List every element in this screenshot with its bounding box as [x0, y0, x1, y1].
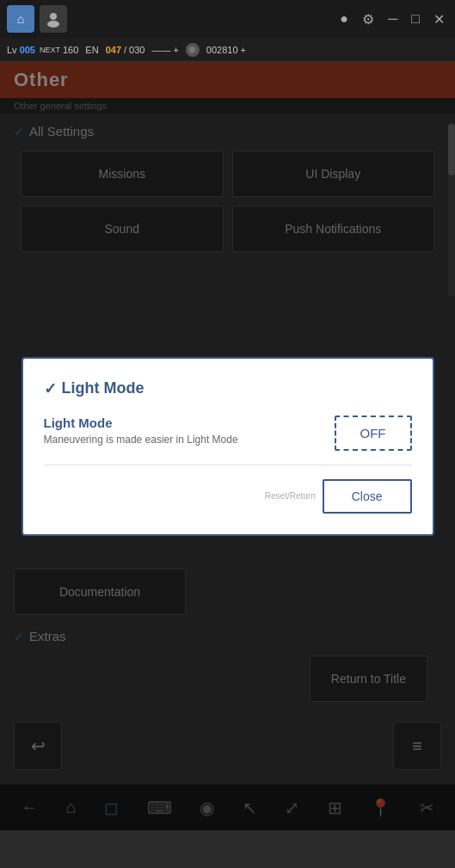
- modal-footer: Reset/Return Close: [44, 479, 412, 514]
- orb-icon: ◎: [186, 43, 200, 57]
- modal-setting-row: Light Mode Maneuvering is made easier in…: [44, 416, 412, 451]
- level-segment: Lv 005 NEXT 160: [7, 45, 78, 55]
- bars-segment: —— +: [151, 45, 178, 55]
- hp-max: 030: [129, 45, 144, 55]
- lang-segment: EN: [85, 45, 98, 55]
- maximize-icon[interactable]: □: [408, 8, 423, 30]
- modal-label-group: Light Mode Maneuvering is made easier in…: [44, 416, 238, 446]
- modal-divider: [44, 465, 412, 465]
- close-button[interactable]: Close: [323, 479, 412, 514]
- next-label: NEXT: [40, 46, 60, 54]
- record-icon[interactable]: ●: [336, 8, 352, 30]
- svg-point-1: [47, 21, 59, 28]
- modal-setting-desc: Maneuvering is made easier in Light Mode: [44, 434, 238, 446]
- bars-label: ——: [151, 45, 170, 55]
- modal-title-text: Light Mode: [62, 379, 144, 397]
- home-icon[interactable]: ⌂: [7, 5, 34, 33]
- hp-current: 047: [106, 45, 121, 55]
- hp-segment: 047 / 030: [106, 45, 145, 55]
- next-value: 160: [63, 45, 78, 55]
- title-bar: ⌂ ● ⚙ ─ □ ✕: [0, 0, 455, 38]
- lv-label: Lv: [7, 45, 17, 55]
- minimize-icon[interactable]: ─: [384, 8, 401, 30]
- settings-icon[interactable]: ⚙: [359, 8, 378, 31]
- game-area: Other Other general settings All Setting…: [0, 62, 455, 830]
- currency-value: 002810: [206, 45, 238, 55]
- light-mode-toggle[interactable]: OFF: [335, 416, 412, 451]
- lv-value: 005: [20, 45, 35, 55]
- orb-segment: ◎: [186, 43, 200, 57]
- plus1-label: +: [173, 45, 178, 55]
- svg-point-0: [50, 13, 57, 20]
- modal-footer-hint: Reset/Return: [265, 491, 316, 501]
- modal-overlay: Light Mode Light Mode Maneuvering is mad…: [0, 62, 455, 830]
- character-icon[interactable]: [40, 5, 67, 33]
- light-mode-modal: Light Mode Light Mode Maneuvering is mad…: [22, 357, 434, 536]
- lang-label: EN: [85, 45, 98, 55]
- currency-segment: 002810 +: [206, 45, 246, 55]
- plus2-label: +: [241, 45, 246, 55]
- close-icon[interactable]: ✕: [430, 8, 448, 31]
- status-bar: Lv 005 NEXT 160 EN 047 / 030 —— + ◎ 0028…: [0, 38, 455, 62]
- modal-title: Light Mode: [44, 379, 412, 398]
- modal-setting-label: Light Mode: [44, 416, 238, 430]
